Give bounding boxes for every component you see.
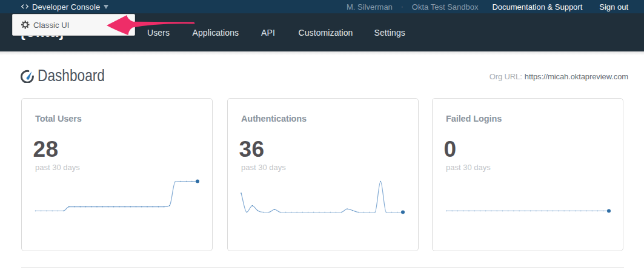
separator-dot: ·: [401, 2, 403, 11]
arrow-path: [107, 15, 195, 35]
sparkline-total-users: [35, 176, 201, 215]
user-name: M. Silverman: [347, 2, 393, 12]
card-subtitle: past 30 days: [446, 163, 491, 172]
bottom-divider: [21, 267, 624, 268]
page-title: Dashboard: [38, 66, 105, 85]
dropdown-item-classic-ui[interactable]: Classic UI: [21, 15, 70, 35]
annotation-arrow: [97, 12, 203, 38]
dropdown-item-label: Classic UI: [33, 21, 70, 30]
card-failed-logins: Failed Logins 0 past 30 days: [432, 98, 623, 251]
card-subtitle: past 30 days: [35, 163, 80, 172]
org-name: Okta Test Sandbox: [412, 2, 479, 12]
card-title: Total Users: [35, 114, 82, 123]
card-value: 36: [239, 138, 265, 160]
org-url-value: https://micah.oktapreview.com: [525, 72, 628, 81]
card-title: Failed Logins: [446, 114, 502, 123]
app-switcher[interactable]: Developer Console: [21, 0, 108, 13]
card-total-users: Total Users 28 past 30 days: [21, 98, 213, 251]
app-switcher-label: Developer Console: [32, 2, 100, 12]
gauge-icon: [21, 69, 35, 83]
nav-shadow: [0, 51, 644, 55]
card-authentications: Authentications 36 past 30 days: [227, 98, 419, 251]
top-bar: Developer Console M. Silverman · Okta Te…: [0, 0, 644, 13]
card-value: 28: [33, 138, 59, 160]
org-url-label: Org URL:: [490, 72, 522, 81]
card-subtitle: past 30 days: [241, 163, 286, 172]
nav-item-customization[interactable]: Customization: [299, 13, 353, 51]
gear-icon: [21, 21, 30, 29]
card-title: Authentications: [241, 114, 307, 123]
nav-item-settings[interactable]: Settings: [374, 13, 405, 51]
nav-item-api[interactable]: API: [261, 13, 275, 51]
org-url: Org URL:https://micah.oktapreview.com: [490, 72, 628, 81]
sparkline-failed-logins: [445, 176, 611, 215]
code-icon: [21, 4, 29, 9]
sparkline-authentications: [241, 176, 407, 215]
user-org-info: M. Silverman · Okta Test Sandbox: [347, 0, 478, 13]
caret-down-icon: [104, 5, 108, 9]
card-value: 0: [444, 138, 457, 160]
sign-out-link[interactable]: Sign out: [599, 2, 628, 12]
topbar-links: Documentation & SupportSign out: [492, 0, 628, 13]
documentation-support-link[interactable]: Documentation & Support: [492, 2, 582, 12]
